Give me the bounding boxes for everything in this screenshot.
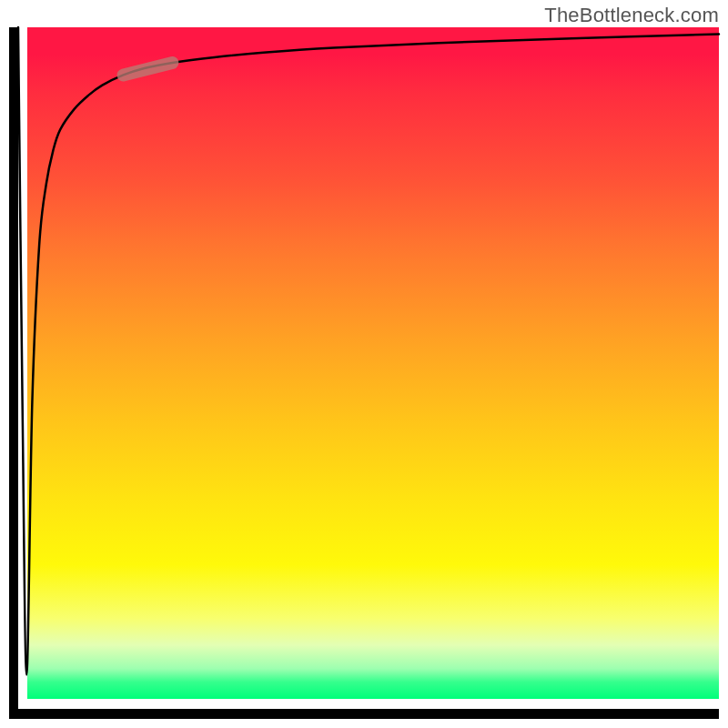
chart-frame: TheBottleneck.com	[0, 0, 728, 728]
highlight-marker	[124, 63, 173, 75]
curve-layer	[18, 27, 719, 709]
watermark-text: TheBottleneck.com	[544, 4, 719, 27]
plot-area	[9, 27, 719, 719]
bottleneck-curve	[18, 27, 719, 675]
